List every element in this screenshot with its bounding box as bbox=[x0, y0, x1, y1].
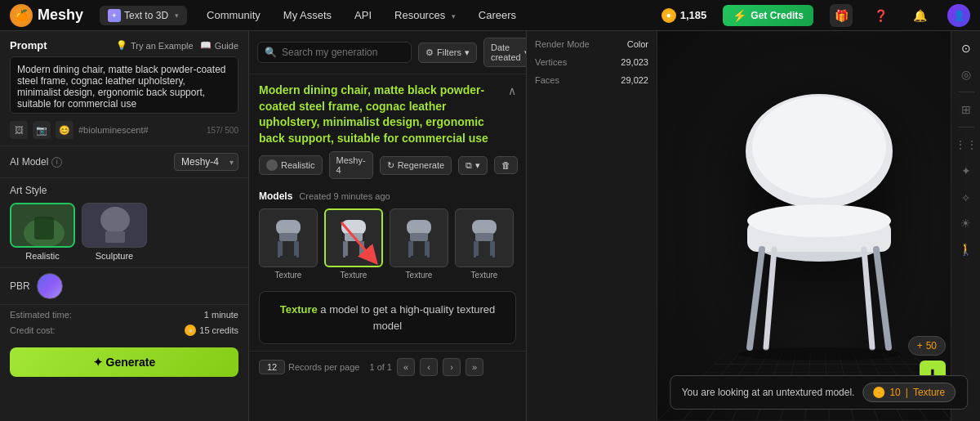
texture-tool[interactable]: ✦ bbox=[956, 160, 977, 181]
right-panel: Render Mode Color Vertices 29,023 Faces … bbox=[527, 31, 980, 421]
get-credits-label: Get Credits bbox=[751, 10, 804, 21]
realistic-label: Realistic bbox=[25, 251, 60, 261]
svg-rect-9 bbox=[296, 241, 299, 258]
logo-icon: 🍊 bbox=[10, 4, 33, 27]
api-nav[interactable]: API bbox=[351, 6, 375, 25]
toolbar-divider-1 bbox=[958, 92, 974, 92]
careers-nav[interactable]: Careers bbox=[475, 6, 519, 25]
faces-value: 29,022 bbox=[621, 75, 648, 85]
page-next-button[interactable]: › bbox=[443, 358, 461, 376]
model-thumb-3[interactable]: Texture bbox=[390, 208, 448, 280]
credit-label: Credit cost: bbox=[10, 325, 56, 335]
info-icon[interactable]: i bbox=[51, 157, 62, 168]
gen-title-row: Modern dining chair, matte black powder-… bbox=[259, 83, 516, 146]
model-tag: Meshy-4 bbox=[329, 151, 373, 179]
render-mode-label: Render Mode bbox=[535, 39, 590, 49]
vertices-row: Vertices 29,023 bbox=[535, 57, 648, 67]
human-scale-tool[interactable]: 🚶 bbox=[956, 239, 977, 260]
text-to-3d-label: Text to 3D bbox=[124, 10, 168, 21]
hashtag-text: #bioluminescent# bbox=[78, 125, 149, 135]
svg-rect-8 bbox=[278, 241, 280, 258]
help-icon[interactable]: ❓ bbox=[869, 4, 892, 27]
get-credits-button[interactable]: ⚡ Get Credits bbox=[723, 5, 813, 26]
text-to-3d-nav[interactable]: ✦ Text to 3D ▾ bbox=[100, 6, 187, 25]
guide-button[interactable]: 📖 Guide bbox=[200, 40, 238, 51]
viewport[interactable]: + 50 ⬇ You are looking at an untextured … bbox=[657, 31, 980, 421]
right-toolbar: ⊙ ◎ ⊞ ⋮⋮ ✦ ⟡ ☀ 🚶 bbox=[951, 31, 980, 421]
chair-3d-model bbox=[697, 86, 942, 366]
page-prev-button[interactable]: ‹ bbox=[420, 358, 438, 376]
image-tag-button[interactable]: 🖼 bbox=[10, 121, 28, 139]
search-bar: 🔍 ⚙ Filters ▾ Date created ▾ bbox=[249, 31, 526, 74]
notification-icon[interactable]: 🔔 bbox=[908, 4, 931, 27]
model-thumb-4[interactable]: Texture bbox=[455, 208, 514, 280]
photo-tag-button[interactable]: 📷 bbox=[33, 121, 51, 139]
try-example-button[interactable]: 💡 Try an Example bbox=[116, 40, 194, 51]
sculpture-thumb bbox=[82, 203, 147, 248]
orbit-tool[interactable]: ⊙ bbox=[956, 38, 977, 59]
models-grid: Texture Texture bbox=[259, 208, 516, 280]
regenerate-button[interactable]: ↻ Regenerate bbox=[380, 156, 452, 175]
models-section: Models Created 9 minutes ago bbox=[249, 186, 526, 284]
lightbulb-icon: 💡 bbox=[116, 40, 127, 51]
fit-view-tool[interactable]: ⊞ bbox=[956, 99, 977, 120]
gift-button[interactable]: 🎁 bbox=[830, 4, 853, 27]
left-panel: Prompt 💡 Try an Example 📖 Guide Modern d… bbox=[0, 31, 249, 421]
svg-line-40 bbox=[864, 249, 872, 347]
estimate-value: 1 minute bbox=[204, 310, 238, 320]
svg-rect-24 bbox=[472, 220, 497, 235]
model-label-4: Texture bbox=[471, 271, 498, 280]
svg-point-41 bbox=[737, 347, 901, 361]
estimate-row: Estimated time: 1 minute bbox=[0, 305, 248, 325]
art-style-realistic[interactable]: Realistic bbox=[10, 203, 75, 261]
faces-row: Faces 29,022 bbox=[535, 75, 648, 85]
page-per-row: Records per page bbox=[259, 360, 359, 374]
svg-rect-15 bbox=[362, 241, 364, 258]
my-assets-nav[interactable]: My Assets bbox=[280, 6, 335, 25]
avatar[interactable]: 👤 bbox=[947, 4, 970, 27]
grid-tool[interactable]: ⋮⋮ bbox=[956, 134, 977, 155]
date-created-button[interactable]: Date created ▾ bbox=[483, 38, 527, 67]
prompt-label: Prompt bbox=[10, 39, 47, 52]
resources-nav[interactable]: Resources ▾ bbox=[391, 6, 459, 25]
svg-rect-27 bbox=[492, 241, 495, 258]
art-style-sculpture[interactable]: Sculpture bbox=[82, 203, 147, 261]
svg-rect-17 bbox=[359, 241, 362, 256]
records-per-page-input[interactable] bbox=[259, 360, 285, 374]
model-select-wrapper: Meshy-4 Meshy-3 bbox=[174, 153, 238, 171]
ai-model-select[interactable]: Meshy-4 Meshy-3 bbox=[174, 153, 238, 171]
prompt-textarea[interactable]: Modern dining chair, matte black powder-… bbox=[10, 56, 238, 114]
credits-display: ● 1,185 bbox=[662, 8, 707, 23]
estimate-label: Estimated time: bbox=[10, 310, 72, 320]
models-time: Created 9 minutes ago bbox=[299, 191, 390, 201]
collapse-button[interactable]: ∧ bbox=[508, 84, 516, 97]
model-thumb-2[interactable]: Texture bbox=[324, 208, 383, 280]
search-input[interactable] bbox=[282, 47, 404, 58]
svg-rect-2 bbox=[34, 217, 54, 240]
art-style-icon bbox=[266, 159, 278, 171]
pan-tool[interactable]: ◎ bbox=[956, 64, 977, 85]
logo[interactable]: 🍊 Meshy bbox=[10, 4, 83, 27]
texture-notif-button[interactable]: ● 10 | Texture bbox=[862, 383, 956, 402]
sun-tool[interactable]: ☀ bbox=[956, 213, 977, 234]
filters-button[interactable]: ⚙ Filters ▾ bbox=[418, 43, 477, 63]
page-first-button[interactable]: « bbox=[397, 358, 415, 376]
texture-notification: You are looking at an untextured model. … bbox=[670, 375, 969, 410]
copy-button[interactable]: ⧉ ▾ bbox=[458, 156, 488, 175]
svg-rect-23 bbox=[425, 241, 427, 256]
emoji-tag-button[interactable]: 😊 bbox=[56, 121, 74, 139]
notif-texture-label: Texture bbox=[913, 387, 945, 398]
community-nav[interactable]: Community bbox=[203, 6, 264, 25]
page-last-button[interactable]: » bbox=[466, 358, 483, 376]
model-thumb-1[interactable]: Texture bbox=[259, 208, 318, 280]
wireframe-tool[interactable]: ⟡ bbox=[956, 186, 977, 208]
generate-button[interactable]: ✦ Generate bbox=[10, 347, 238, 377]
model-thumb-img-1 bbox=[259, 208, 318, 267]
svg-point-33 bbox=[752, 96, 886, 198]
delete-button[interactable]: 🗑 bbox=[494, 156, 518, 174]
render-mode-value: Color bbox=[627, 39, 648, 49]
vertices-label: Vertices bbox=[535, 57, 567, 67]
svg-rect-19 bbox=[410, 233, 428, 241]
svg-line-37 bbox=[750, 249, 762, 347]
art-style-section: Art Style Realistic bbox=[0, 178, 248, 268]
